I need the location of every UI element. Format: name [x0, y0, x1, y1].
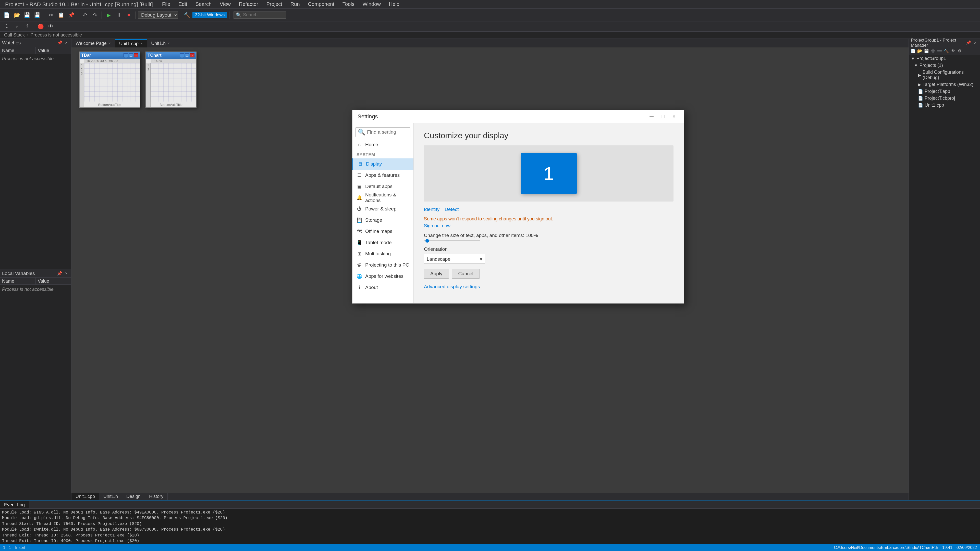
tab-unit1-h-close[interactable]: ×	[168, 41, 170, 45]
monitor-preview[interactable]: 1	[520, 153, 577, 194]
pm-options-btn[interactable]: ⚙	[957, 48, 963, 54]
detect-link[interactable]: Detect	[445, 206, 458, 212]
advanced-display-link[interactable]: Advanced display settings	[424, 284, 480, 289]
watch-button[interactable]: 👁	[46, 22, 56, 31]
menu-window[interactable]: Window	[359, 0, 385, 8]
settings-nav-storage[interactable]: 💾 Storage	[352, 214, 414, 226]
tchart-minimize[interactable]: _	[180, 53, 184, 57]
search-input[interactable]	[243, 12, 284, 17]
settings-nav-tablet[interactable]: 📱 Tablet mode	[352, 237, 414, 248]
watches-close-btn[interactable]: ×	[64, 40, 69, 46]
undo-button[interactable]: ↶	[80, 11, 89, 20]
settings-nav-home[interactable]: ⌂ Home	[352, 139, 414, 150]
tree-item-project-cbproj[interactable]: 📄 ProjectT.cbproj	[909, 95, 980, 102]
cancel-button[interactable]: Cancel	[452, 269, 480, 279]
settings-maximize-btn[interactable]: □	[658, 112, 667, 121]
menu-help[interactable]: Help	[385, 0, 404, 8]
menu-search[interactable]: Search	[191, 0, 216, 8]
project-manager-close[interactable]: ×	[972, 40, 978, 46]
unit1-cpp-tab[interactable]: Unit1.cpp	[72, 493, 99, 500]
settings-nav-apps-websites[interactable]: 🌐 Apps for websites	[352, 271, 414, 282]
settings-nav-power[interactable]: ⏻ Power & sleep	[352, 203, 414, 214]
tree-item-projectgroup[interactable]: ▼ ProjectGroup1	[909, 55, 980, 62]
watches-tab-label[interactable]: Watches	[2, 40, 21, 46]
step-into-button[interactable]: ⤶	[12, 22, 21, 31]
layout-dropdown[interactable]: Debug Layout	[138, 11, 178, 19]
save-all-button[interactable]: 💾	[33, 11, 42, 20]
settings-nav-notifications[interactable]: 🔔 Notifications & actions	[352, 192, 414, 203]
menu-view[interactable]: View	[216, 0, 235, 8]
tree-item-unit1-cpp[interactable]: 📄 Unit1.cpp	[909, 102, 980, 109]
notifications-icon: 🔔	[356, 195, 362, 200]
settings-nav-apps[interactable]: ☰ Apps & features	[352, 170, 414, 181]
new-button[interactable]: 📄	[2, 11, 11, 20]
settings-nav-multitasking[interactable]: ⊞ Multitasking	[352, 248, 414, 259]
menu-refactor[interactable]: Refactor	[235, 0, 262, 8]
menu-edit[interactable]: Edit	[174, 0, 191, 8]
tree-item-project-app[interactable]: 📄 ProjectT.app	[909, 88, 980, 95]
build-button[interactable]: 🔨	[182, 11, 191, 20]
project-manager-pin[interactable]: 📌	[966, 40, 971, 46]
save-button[interactable]: 💾	[22, 11, 32, 20]
watches-pin-btn[interactable]: 📌	[57, 40, 62, 46]
local-vars-close-btn[interactable]: ×	[64, 271, 69, 276]
step-over-button[interactable]: ⤵	[2, 22, 11, 31]
step-out-button[interactable]: ⤴	[22, 22, 32, 31]
event-log-tab[interactable]: Event Log	[0, 501, 29, 508]
settings-nav-projecting[interactable]: 📽 Projecting to this PC	[352, 259, 414, 271]
copy-button[interactable]: 📋	[56, 11, 65, 20]
tchart-titlebar[interactable]: TChart _ □ ×	[146, 52, 196, 59]
identify-link[interactable]: Identify	[424, 206, 439, 212]
pm-open-btn[interactable]: 📂	[917, 48, 923, 54]
pm-new-btn[interactable]: 📄	[910, 48, 916, 54]
settings-nav-default-apps[interactable]: ▣ Default apps	[352, 181, 414, 192]
menu-run[interactable]: Run	[286, 0, 304, 8]
menu-project[interactable]: Project	[262, 0, 286, 8]
apply-button[interactable]: Apply	[424, 269, 449, 279]
menu-tools[interactable]: Tools	[339, 0, 359, 8]
stop-button[interactable]: ■	[124, 11, 134, 20]
cut-button[interactable]: ✂	[46, 11, 56, 20]
paste-button[interactable]: 📌	[67, 11, 76, 20]
tbar-minimize[interactable]: _	[124, 53, 128, 57]
local-vars-pin-btn[interactable]: 📌	[57, 271, 62, 276]
scale-slider[interactable]	[424, 240, 480, 241]
unit1-h-tab[interactable]: Unit1.h	[99, 493, 122, 500]
tchart-maximize[interactable]: □	[185, 53, 189, 57]
toggle-breakpoint-button[interactable]: 🔴	[36, 22, 45, 31]
pm-add-btn[interactable]: ➕	[930, 48, 936, 54]
tchart-close[interactable]: ×	[190, 53, 194, 57]
signin-link[interactable]: Sign out now	[424, 223, 673, 229]
pm-view-btn[interactable]: 👁	[950, 48, 956, 54]
redo-button[interactable]: ↷	[90, 11, 100, 20]
pause-button[interactable]: ⏸	[114, 11, 123, 20]
history-tab[interactable]: History	[145, 493, 168, 500]
settings-nav-offline-maps[interactable]: 🗺 Offline maps	[352, 226, 414, 237]
pm-remove-btn[interactable]: ➖	[937, 48, 942, 54]
design-tab[interactable]: Design	[122, 493, 145, 500]
tbar-maximize[interactable]: □	[129, 53, 133, 57]
tab-unit1-h[interactable]: Unit1.h ×	[147, 39, 174, 48]
tbar-close[interactable]: ×	[134, 53, 138, 57]
orientation-label: Orientation	[424, 246, 673, 252]
tab-unit1-cpp[interactable]: Unit1.cpp ×	[115, 39, 147, 48]
tab-welcome[interactable]: Welcome Page ×	[72, 39, 115, 48]
tree-item-target-platforms[interactable]: ▶ Target Platforms (Win32)	[909, 81, 980, 88]
settings-minimize-btn[interactable]: ─	[647, 112, 656, 121]
menu-component[interactable]: Component	[304, 0, 339, 8]
tree-item-projects[interactable]: ▼ Projects (1)	[909, 62, 980, 69]
settings-nav-display[interactable]: 🖥 Display	[352, 159, 414, 170]
tbar-titlebar[interactable]: TBar _ □ ×	[80, 52, 140, 59]
tab-unit1-cpp-close[interactable]: ×	[141, 41, 143, 46]
pm-build-btn[interactable]: 🔨	[943, 48, 949, 54]
orientation-select[interactable]: Landscape Portrait Landscape (flipped) P…	[424, 254, 485, 264]
settings-close-btn[interactable]: ×	[670, 112, 679, 121]
settings-nav-about[interactable]: ℹ About	[352, 282, 414, 293]
tab-welcome-close[interactable]: ×	[109, 41, 111, 45]
tree-item-build-config[interactable]: ▶ Build Configurations (Debug)	[909, 69, 980, 81]
run-button[interactable]: ▶	[104, 11, 113, 20]
open-button[interactable]: 📂	[12, 11, 21, 20]
local-vars-tab-label[interactable]: Local Variables	[2, 271, 35, 276]
pm-save-btn[interactable]: 💾	[924, 48, 929, 54]
menu-file[interactable]: File	[158, 0, 174, 8]
